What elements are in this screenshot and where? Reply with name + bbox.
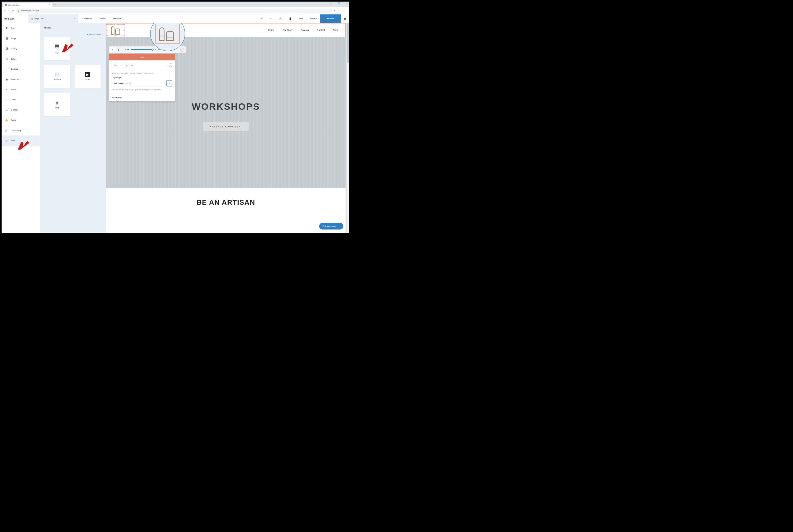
tile-video[interactable]: ▶ Video: [75, 65, 100, 88]
file-menu-icon[interactable]: •••: [160, 82, 163, 84]
containers-icon: ▦: [5, 78, 8, 81]
text-icon: T: [5, 27, 8, 30]
save-button[interactable]: Save: [295, 14, 307, 23]
edit-page-again-button[interactable]: Edit page again ⌃: [319, 223, 344, 229]
browser-tab[interactable]: Website Builder ×: [3, 3, 52, 7]
document-icon: 📄: [55, 73, 59, 76]
minimize-button[interactable]: ―: [329, 2, 333, 4]
favicon: [5, 4, 6, 6]
sidebar-item-code[interactable]: ⟨⟩Code: [2, 95, 40, 105]
nav-contact[interactable]: Contact: [317, 29, 325, 32]
logo-file-field[interactable]: pottery-logo.png •••: [112, 80, 165, 87]
sidebar-item-button[interactable]: ▭Button: [2, 54, 40, 64]
bookmark-icon[interactable]: ☆: [338, 10, 339, 12]
address-field[interactable]: 🔒 websitebuilder.one.com: [16, 8, 332, 13]
install-icon[interactable]: ⊕: [334, 10, 335, 12]
logo-height-input[interactable]: [123, 63, 130, 68]
clear-file-icon[interactable]: [129, 82, 131, 85]
sidebar-item-text[interactable]: TText: [2, 23, 40, 34]
sidebar-item-image[interactable]: 🖼Image: [2, 34, 40, 44]
image-icon: 🖼: [5, 37, 8, 40]
reload-button[interactable]: ⟳: [12, 9, 14, 12]
hero-title: WORKSHOPS: [192, 101, 260, 112]
close-window-button[interactable]: ✕: [344, 2, 348, 4]
section-heading: BE AN ARTISAN: [106, 188, 346, 217]
titlebar: Website Builder × + ― ☐ ✕: [2, 2, 349, 7]
undo-button[interactable]: ↶: [257, 14, 266, 23]
scrollbar[interactable]: [347, 23, 349, 233]
edit-logo-button[interactable]: ✎: [166, 80, 172, 87]
premium-button[interactable]: ⊘ Premium: [78, 14, 95, 23]
page-icon: ▢: [31, 18, 33, 20]
feedback-button[interactable]: Feedback: [110, 14, 125, 23]
undo-icon: ↶: [261, 17, 262, 20]
close-tab-icon[interactable]: ×: [49, 4, 51, 6]
tab-title: Website Builder: [8, 4, 48, 6]
mobile-view-row[interactable]: Mobile view ›: [109, 94, 175, 101]
logo-settings-panel: Logo × px ⋯ Add a logo and make your sit…: [109, 54, 175, 101]
crop-tool-icon[interactable]: ┃: [117, 48, 121, 52]
more-panel-title: MORE: [44, 27, 102, 29]
unit-label: px: [131, 64, 133, 66]
sidebar-item-menu[interactable]: ≡Menu: [2, 84, 40, 95]
hero-cta-button[interactable]: RESERVE YOUR SEAT: [203, 122, 249, 131]
sidebar-item-gallery[interactable]: 🖾Gallery: [2, 43, 40, 54]
annotation-arrow: [18, 134, 31, 150]
sidebar-item-contact[interactable]: ☰Contact: [2, 105, 40, 115]
app-toolbar: one.com ▢ Page: EN ▾ ⊘ Premium Get help …: [2, 14, 349, 23]
sidebar-item-sections[interactable]: ☰Sections: [2, 64, 40, 74]
canvas[interactable]: Home Our Story Catalog Contact Shop ✎ ┃ …: [106, 23, 349, 233]
table-icon: ▦: [55, 100, 59, 104]
nav-catalog[interactable]: Catalog: [301, 29, 309, 32]
contact-icon: ☰: [5, 109, 8, 111]
scale-label: Scale: [125, 49, 129, 51]
get-help-button[interactable]: Get help: [96, 14, 110, 23]
history-button[interactable]: 🕑: [275, 14, 285, 23]
publish-button[interactable]: Publish: [320, 14, 341, 23]
check-icon: ⊘: [82, 18, 84, 20]
chevron-down-icon: ▾: [74, 18, 75, 20]
tile-document[interactable]: 📄 Document: [44, 65, 70, 88]
forward-button[interactable]: →: [8, 9, 10, 12]
more-panel: MORE ✎ REPLACE LOGO Logo 📄 Document: [40, 23, 106, 233]
nav-shop[interactable]: Shop: [333, 29, 338, 32]
nav-home[interactable]: Home: [268, 29, 274, 32]
new-tab-button[interactable]: +: [54, 3, 56, 6]
logo-filename: pottery-logo.png: [114, 82, 127, 84]
logo-width-input[interactable]: [112, 63, 119, 68]
nav-our-story[interactable]: Our Story: [283, 29, 293, 32]
annotation-arrow: [62, 37, 75, 53]
page-selector[interactable]: ▢ Page: EN ▾: [28, 14, 78, 23]
sidebar-item-containers[interactable]: ▦Containers: [2, 74, 40, 84]
logo-selection[interactable]: [107, 24, 124, 36]
logo-panel-title: Logo: [109, 54, 175, 60]
preview-button[interactable]: Preview: [307, 14, 320, 23]
brand-logo[interactable]: one.com: [2, 17, 28, 20]
back-button[interactable]: ←: [4, 9, 6, 12]
svg-marker-2: [18, 141, 30, 150]
more-options-icon[interactable]: ⋯: [180, 48, 184, 52]
redo-icon: ↷: [270, 17, 271, 20]
app-menu-button[interactable]: ☰: [341, 14, 349, 23]
sidebar-item-social[interactable]: 👍Social: [2, 115, 40, 125]
sidebar-item-shop[interactable]: 🛒Online Shop: [2, 125, 40, 136]
redo-button[interactable]: ↷: [266, 14, 275, 23]
size-more-icon[interactable]: ⋯: [169, 63, 172, 67]
logo-description: Add a logo and make your site look more …: [112, 72, 172, 75]
scale-slider[interactable]: [131, 49, 153, 50]
mobile-preview-button[interactable]: 📱: [285, 14, 295, 23]
page-selector-label: Page:: [35, 18, 39, 20]
menu-icon: ≡: [5, 88, 8, 91]
mobile-icon: 📱: [289, 17, 292, 20]
maximize-button[interactable]: ☐: [337, 2, 341, 4]
social-icon: 👍: [5, 119, 8, 121]
browser-menu-icon[interactable]: ⋮: [345, 9, 347, 12]
page-selector-value: EN: [41, 18, 43, 20]
site-nav: Home Our Story Catalog Contact Shop: [106, 23, 346, 37]
tile-table[interactable]: ▦ Table: [44, 93, 70, 116]
button-icon: ▭: [5, 57, 8, 60]
element-sidebar: TText 🖼Image 🖾Gallery ▭Button ☰Sections …: [2, 23, 40, 233]
logo-hint: Get the best result by using a .png with…: [112, 88, 172, 91]
replace-logo-link[interactable]: ✎ REPLACE LOGO: [44, 34, 102, 36]
edit-tool-icon[interactable]: ✎: [111, 48, 115, 52]
